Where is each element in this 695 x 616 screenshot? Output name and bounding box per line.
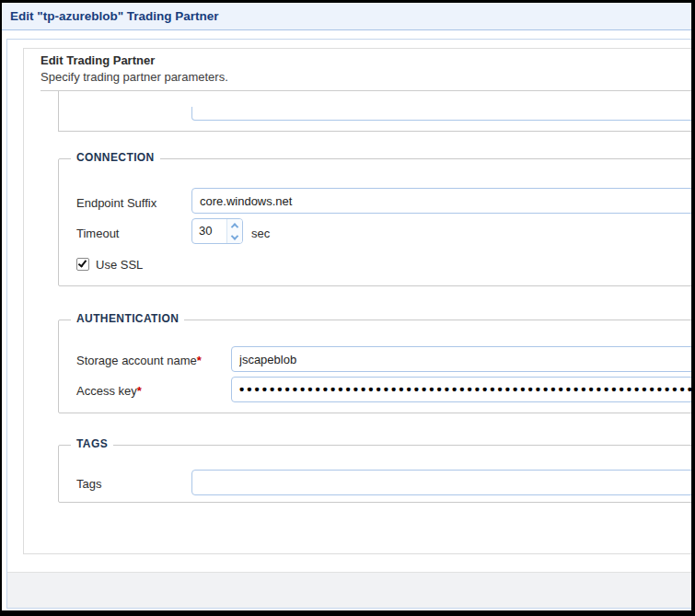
connection-legend: CONNECTION xyxy=(71,151,160,164)
tags-label: Tags xyxy=(76,477,101,491)
required-asterisk: * xyxy=(137,384,142,398)
dialog-footer-bar xyxy=(7,572,691,608)
use-ssl-checkbox[interactable] xyxy=(76,258,89,271)
checkmark-icon xyxy=(78,258,87,267)
access-key-label: Access key* xyxy=(76,384,142,398)
use-ssl-label: Use SSL xyxy=(96,258,143,272)
dialog-titlebar: Edit "tp-azureblob" Trading Partner xyxy=(2,3,691,30)
tags-input[interactable] xyxy=(191,470,691,495)
chevron-up-icon xyxy=(231,223,238,230)
timeout-stepper xyxy=(226,219,242,243)
storage-account-name-label: Storage account name* xyxy=(76,354,202,367)
form-subheading: Specify trading partner parameters. xyxy=(41,70,228,84)
tags-legend: TAGS xyxy=(71,437,113,450)
authentication-legend: AUTHENTICATION xyxy=(71,312,184,325)
edit-trading-partner-dialog: Edit Trading Partner Specify trading par… xyxy=(6,39,691,609)
scrolled-field-input[interactable] xyxy=(191,107,691,121)
form-heading: Edit Trading Partner xyxy=(41,53,155,67)
timeout-value[interactable]: 30 xyxy=(192,219,226,243)
storage-account-name-input[interactable] xyxy=(231,346,691,372)
endpoint-suffix-input[interactable] xyxy=(191,188,691,214)
timeout-unit-label: sec xyxy=(251,227,270,240)
tags-fieldset: TAGS Tags xyxy=(58,445,691,503)
form-scroll-area[interactable]: CONNECTION Endpoint Suffix Timeout 30 xyxy=(24,91,691,553)
edit-form-panel: Edit Trading Partner Specify trading par… xyxy=(23,48,691,554)
dialog-body: Edit Trading Partner Specify trading par… xyxy=(7,40,691,572)
timeout-stepper-up-button[interactable] xyxy=(227,219,242,231)
authentication-fieldset: AUTHENTICATION Storage account name* Acc… xyxy=(58,320,691,413)
access-key-input[interactable]: ••••••••••••••••••••••••••••••••••••••••… xyxy=(231,377,691,402)
chevron-down-icon xyxy=(231,232,238,239)
dialog-title: Edit "tp-azureblob" Trading Partner xyxy=(10,9,219,23)
connection-fieldset: CONNECTION Endpoint Suffix Timeout 30 xyxy=(58,158,691,286)
timeout-stepper-down-button[interactable] xyxy=(227,231,242,243)
timeout-input[interactable]: 30 xyxy=(191,218,243,244)
required-asterisk: * xyxy=(197,354,202,367)
timeout-label: Timeout xyxy=(76,227,119,240)
endpoint-suffix-label: Endpoint Suffix xyxy=(76,196,156,210)
app-window: Edit "tp-azureblob" Trading Partner Edit… xyxy=(2,3,691,610)
screenshot-frame: Edit "tp-azureblob" Trading Partner Edit… xyxy=(0,0,695,616)
